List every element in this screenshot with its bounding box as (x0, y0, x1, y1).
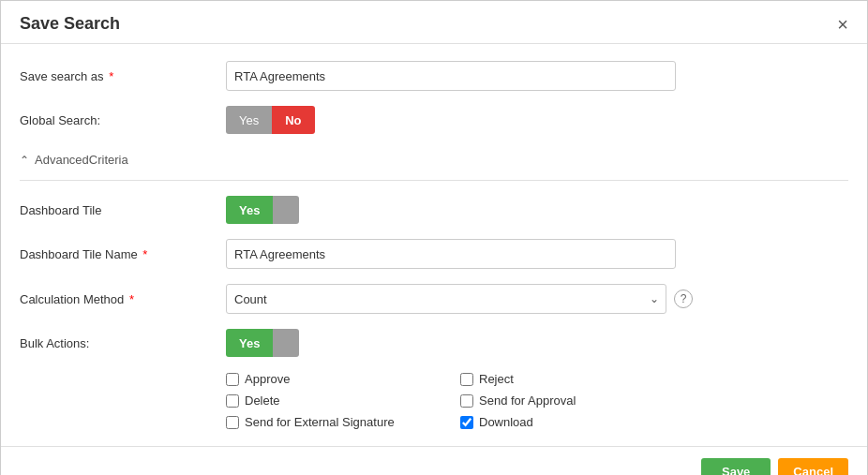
divider (20, 180, 848, 181)
send-for-approval-checkbox-item: Send for Approval (460, 393, 676, 408)
close-button[interactable]: × (837, 15, 848, 34)
save-search-as-input[interactable] (226, 61, 676, 91)
global-search-label: Global Search: (20, 113, 226, 127)
delete-checkbox-item: Delete (226, 393, 441, 408)
cancel-button[interactable]: Cancel (778, 458, 848, 475)
delete-checkbox[interactable] (226, 394, 239, 408)
global-search-toggle: Yes No (226, 106, 315, 134)
dashboard-tile-label: Dashboard Tile (20, 203, 226, 217)
dashboard-tile-name-label: Dashboard Tile Name * (20, 247, 226, 261)
bulk-actions-section: Bulk Actions: Yes Approve Reject (20, 329, 848, 429)
bulk-actions-label: Bulk Actions: (20, 336, 226, 350)
download-checkbox-item: Download (460, 415, 676, 429)
bulk-actions-no-button[interactable] (273, 329, 299, 357)
global-search-yes-button[interactable]: Yes (226, 106, 272, 134)
download-label: Download (479, 415, 533, 429)
bulk-actions-yes-button[interactable]: Yes (226, 329, 273, 357)
advanced-criteria-toggle[interactable]: ⌃ AdvancedCriteria (20, 149, 848, 171)
send-external-signature-label: Send for External Signature (245, 415, 395, 429)
reject-checkbox[interactable] (460, 373, 473, 386)
bulk-actions-checkboxes: Approve Reject Delete Send for Approval … (226, 372, 848, 429)
approve-label: Approve (245, 372, 290, 386)
help-icon[interactable]: ? (674, 289, 693, 308)
advanced-criteria-label: AdvancedCriteria (35, 153, 128, 167)
calculation-method-row: Calculation Method * Count Sum Average ⌄… (20, 284, 848, 314)
chevron-up-icon: ⌃ (20, 154, 29, 167)
send-for-approval-label: Send for Approval (479, 393, 576, 408)
calculation-method-label: Calculation Method * (20, 292, 226, 306)
dashboard-tile-yes-button[interactable]: Yes (226, 196, 273, 224)
modal-title: Save Search (20, 14, 120, 34)
send-external-signature-checkbox[interactable] (226, 416, 239, 429)
dashboard-tile-row: Dashboard Tile Yes (20, 196, 848, 224)
delete-label: Delete (245, 393, 280, 408)
reject-checkbox-item: Reject (460, 372, 676, 386)
approve-checkbox[interactable] (226, 373, 239, 386)
dashboard-tile-name-row: Dashboard Tile Name * (20, 239, 848, 269)
calculation-method-wrapper: Count Sum Average ⌄ (226, 284, 666, 314)
save-search-as-label: Save search as * (20, 69, 226, 83)
modal-header: Save Search × (1, 1, 867, 44)
send-for-approval-checkbox[interactable] (460, 394, 473, 408)
calculation-method-select[interactable]: Count Sum Average (226, 284, 666, 314)
bulk-actions-row: Bulk Actions: Yes (20, 329, 848, 357)
download-checkbox[interactable] (460, 416, 473, 429)
save-button[interactable]: Save (701, 458, 771, 475)
save-search-as-row: Save search as * (20, 61, 848, 91)
global-search-no-button[interactable]: No (272, 106, 314, 134)
dashboard-tile-no-button[interactable] (273, 196, 299, 224)
reject-label: Reject (479, 372, 514, 386)
save-search-modal: Save Search × Save search as * Global Se… (0, 0, 868, 475)
modal-body: Save search as * Global Search: Yes No ⌃… (1, 44, 867, 446)
dashboard-tile-toggle: Yes (226, 196, 299, 224)
send-external-signature-checkbox-item: Send for External Signature (226, 415, 441, 429)
global-search-row: Global Search: Yes No (20, 106, 848, 134)
dashboard-tile-name-input[interactable] (226, 239, 676, 269)
approve-checkbox-item: Approve (226, 372, 441, 386)
bulk-actions-toggle: Yes (226, 329, 299, 357)
modal-footer: Save Cancel (1, 446, 867, 475)
